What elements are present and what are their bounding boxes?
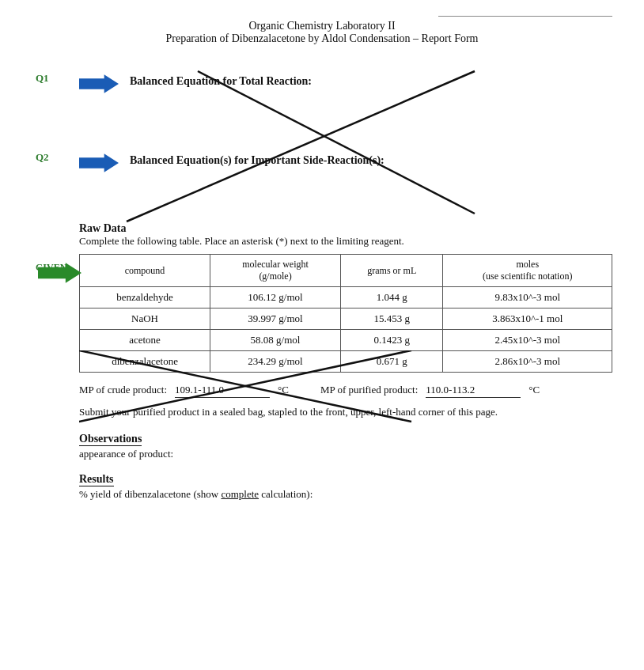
table-row: benzaldehyde106.12 g/mol1.044 g9.83x10^-… (80, 287, 612, 309)
col-grams-ml: grams or mL (341, 255, 443, 287)
mp-purified-value: 110.0-113.2 (426, 384, 521, 398)
q2-block: Balanced Equation(s) for Important Side-… (79, 151, 612, 175)
observations-section: Observations appearance of product: (79, 433, 612, 460)
results-desc: % yield of dibenzalacetone (show complet… (79, 488, 612, 501)
q2-label: Q2 (36, 151, 49, 164)
mp-section: MP of crude product: 109.1-111.0 °C MP o… (79, 384, 612, 398)
report-title: Preparation of Dibenzalacetone by Aldol … (32, 32, 612, 45)
svg-marker-1 (79, 153, 119, 172)
mp-purified-label: MP of purified product: (320, 384, 418, 396)
table-row: acetone58.08 g/mol0.1423 g2.45x10^-3 mol (80, 330, 612, 351)
header: Organic Chemistry Laboratory II Preparat… (32, 20, 612, 45)
results-title: Results (79, 473, 114, 486)
cell-0-3: 9.83x10^-3 mol (443, 287, 612, 309)
cell-0-1: 106.12 g/mol (210, 287, 341, 309)
mp-purified-unit: °C (528, 384, 540, 396)
cell-0-0: benzaldehyde (80, 287, 210, 309)
col-compound: compound (80, 255, 210, 287)
table-row: NaOH39.997 g/mol15.453 g3.863x10^-1 mol (80, 309, 612, 330)
q2-text: Balanced Equation(s) for Important Side-… (130, 151, 385, 167)
col-mol-weight: molecular weight(g/mole) (210, 255, 341, 287)
q2-arrow-icon (79, 151, 119, 175)
cell-3-2: 0.671 g (341, 351, 443, 373)
cell-2-1: 58.08 g/mol (210, 330, 341, 351)
cell-2-0: acetone (80, 330, 210, 351)
data-table: compound molecular weight(g/mole) grams … (79, 254, 612, 373)
q1-block: Balanced Equation for Total Reaction: (79, 72, 612, 96)
mp-crude-value: 109.1-111.0 (175, 384, 270, 398)
table-row: dibenzalacetone234.29 g/mol0.671 g2.86x1… (80, 351, 612, 373)
cell-3-0: dibenzalacetone (80, 351, 210, 373)
svg-marker-2 (38, 263, 81, 283)
observations-title: Observations (79, 433, 142, 446)
cell-0-2: 1.044 g (341, 287, 443, 309)
q1-text: Balanced Equation for Total Reaction: (130, 72, 312, 88)
results-section: Results % yield of dibenzalacetone (show… (79, 473, 612, 501)
submit-note: Submit your purified product in a sealed… (79, 404, 570, 420)
cell-1-1: 39.997 g/mol (210, 309, 341, 330)
cell-3-3: 2.86x10^-3 mol (443, 351, 612, 373)
mp-crude-unit: °C (278, 384, 289, 396)
raw-data-title: Raw Data (79, 222, 612, 235)
given-arrow-icon (38, 260, 81, 286)
col-moles: moles(use scientific notation) (443, 255, 612, 287)
cell-1-2: 15.453 g (341, 309, 443, 330)
institution-label: Organic Chemistry Laboratory II (32, 20, 612, 32)
raw-data-desc: Complete the following table. Place an a… (79, 235, 612, 248)
mp-crude-label: MP of crude product: (79, 384, 167, 396)
observations-desc: appearance of product: (79, 448, 612, 460)
svg-marker-0 (79, 74, 119, 93)
cell-2-2: 0.1423 g (341, 330, 443, 351)
q1-arrow-icon (79, 72, 119, 96)
cell-1-3: 3.863x10^-1 mol (443, 309, 612, 330)
cell-1-0: NaOH (80, 309, 210, 330)
cell-2-3: 2.45x10^-3 mol (443, 330, 612, 351)
cell-3-1: 234.29 g/mol (210, 351, 341, 373)
q1-label: Q1 (36, 72, 49, 85)
